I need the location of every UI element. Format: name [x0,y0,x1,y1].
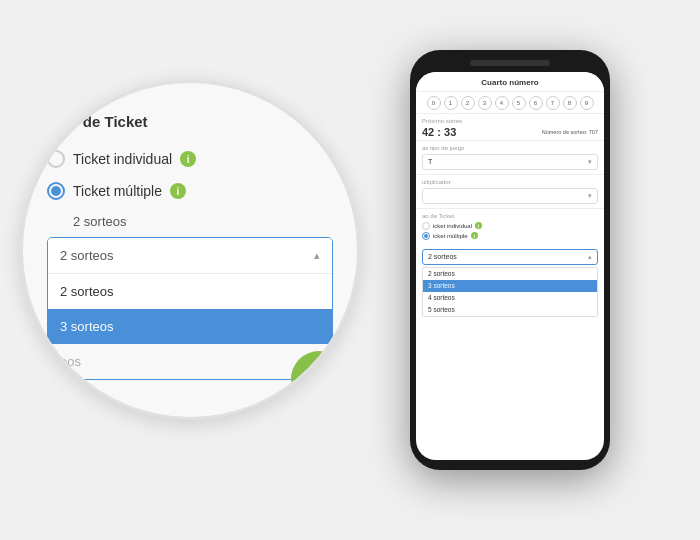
info-individual-icon: i [475,222,482,229]
sorteos-dropdown-value: 2 sorteos [428,253,457,260]
digit-0[interactable]: 0 [427,96,441,110]
juego-arrow-icon: ▾ [588,158,592,166]
tipo-ticket-section: ao de Ticket icket individual i icket mú… [416,209,604,246]
radio-multiple-dot [422,232,430,240]
mag-dropdown-arrow-icon: ▴ [314,249,320,262]
mag-option-ghost: eos [48,344,332,379]
phone-mockup: Cuarto número 0 1 2 3 4 5 6 7 8 9 Próxim… [410,50,610,470]
multiplicador-section: ultiplicador ▾ [416,175,604,209]
mag-section-title: .tipo de Ticket [47,113,333,130]
digit-8[interactable]: 8 [563,96,577,110]
info-multiple-icon: i [471,232,478,239]
juego-value: T [428,158,432,165]
option-3-sorteos[interactable]: 3 sorteos [423,280,597,292]
phone-notch [470,60,550,66]
radio-individual-label: icket individual [433,223,472,229]
digit-5[interactable]: 5 [512,96,526,110]
phone-title: Cuarto número [481,78,538,87]
sorteos-dropdown-arrow-icon: ▴ [588,253,592,261]
mag-sorteos-dropdown[interactable]: 2 sorteos ▴ 2 sorteos 3 sorteos eos [47,237,333,380]
juego-section: as tipo de juego T ▾ [416,141,604,175]
sorteos-options-list: 2 sorteos 3 sorteos 4 sorteos 5 sorteos [422,267,598,317]
phone-timer: 42 : 33 [422,126,456,138]
mag-radio-individual-label: Ticket individual [73,151,172,167]
digit-9[interactable]: 9 [580,96,594,110]
sorteo-label: Próximo sorteo [422,118,598,124]
mag-option-2[interactable]: 2 sorteos [48,274,332,309]
multiplicador-select[interactable]: ▾ [422,188,598,204]
mag-dropdown-header: 2 sorteos ▴ [48,238,332,273]
mag-info-multiple-icon: i [170,183,186,199]
mag-radio-individual-row[interactable]: Ticket individual i [47,150,333,168]
juego-select[interactable]: T ▾ [422,154,598,170]
digit-1[interactable]: 1 [444,96,458,110]
digit-6[interactable]: 6 [529,96,543,110]
numero-sorteo-label: Número de sorteo: 707 [542,129,598,135]
magnifier-circle: .tipo de Ticket Ticket individual i Tick… [20,80,360,420]
phone-header: Cuarto número [416,72,604,92]
mag-radio-multiple-dot [47,182,65,200]
digit-3[interactable]: 3 [478,96,492,110]
mag-info-individual-icon: i [180,151,196,167]
mag-title-text: tipo de Ticket [51,113,147,130]
digit-7[interactable]: 7 [546,96,560,110]
phone-screen: Cuarto número 0 1 2 3 4 5 6 7 8 9 Próxim… [416,72,604,460]
mag-sorteos-count-label: 2 sorteos [73,214,333,229]
timer-row: 42 : 33 Número de sorteo: 707 [422,126,598,138]
digit-row: 0 1 2 3 4 5 6 7 8 9 [416,92,604,114]
radio-individual[interactable]: icket individual i [422,222,598,230]
juego-label: as tipo de juego [422,145,598,151]
sorteos-dropdown-section: 2 sorteos ▴ 2 sorteos 3 sorteos 4 sorteo… [416,246,604,320]
digit-4[interactable]: 4 [495,96,509,110]
multiplicador-arrow-icon: ▾ [588,192,592,200]
mag-options-container: 2 sorteos 3 sorteos eos [48,273,332,379]
mag-dropdown-value: 2 sorteos [60,248,113,263]
radio-individual-dot [422,222,430,230]
mag-radio-multiple-label: Ticket múltiple [73,183,162,199]
radio-multiple-label: icket múltiple [433,233,468,239]
mag-confirm-button[interactable] [291,351,347,407]
option-4-sorteos[interactable]: 4 sorteos [423,292,597,304]
digit-2[interactable]: 2 [461,96,475,110]
mag-radio-multiple-row[interactable]: Ticket múltiple i [47,182,333,200]
radio-multiple[interactable]: icket múltiple i [422,232,598,240]
sorteos-dropdown[interactable]: 2 sorteos ▴ [422,249,598,265]
option-2-sorteos[interactable]: 2 sorteos [423,268,597,280]
sorteo-section: Próximo sorteo 42 : 33 Número de sorteo:… [416,114,604,141]
tipo-ticket-label: ao de Ticket [422,213,598,219]
mag-option-3[interactable]: 3 sorteos [48,309,332,344]
mag-radio-individual-dot [47,150,65,168]
option-5-sorteos[interactable]: 5 sorteos [423,304,597,316]
multiplicador-label: ultiplicador [422,179,598,185]
